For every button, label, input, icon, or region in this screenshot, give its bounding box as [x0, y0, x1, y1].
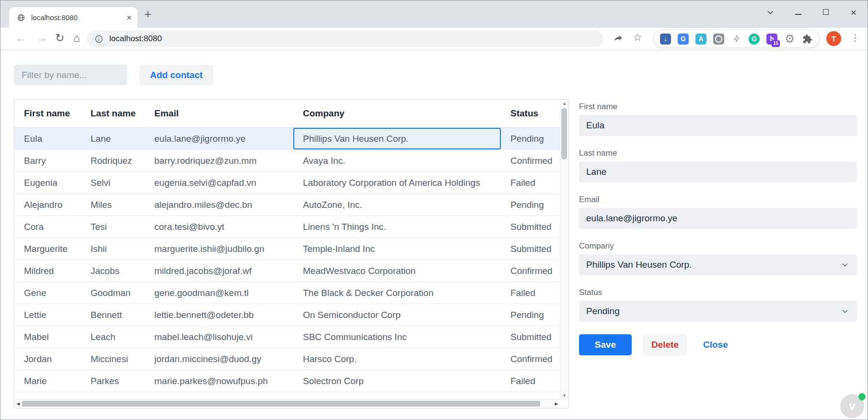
site-info-icon[interactable]: [94, 34, 104, 44]
table-row[interactable]: Marie Parkes marie.parkes@nowufpus.ph So…: [14, 370, 568, 392]
cell-status[interactable]: Failed: [501, 370, 568, 392]
cell-status[interactable]: Pending: [501, 194, 568, 216]
cell-company[interactable]: SBC Communications Inc: [293, 326, 501, 348]
scroll-right-icon[interactable]: ▶: [553, 399, 560, 408]
cell-last-name[interactable]: Selvi: [81, 172, 145, 193]
cell-first-name[interactable]: Lettie: [14, 304, 81, 326]
save-button[interactable]: Save: [579, 334, 632, 355]
forward-icon[interactable]: →: [36, 31, 47, 45]
cell-email[interactable]: mabel.leach@lisohuje.vi: [145, 326, 293, 348]
cell-company[interactable]: Solectron Corp: [293, 370, 501, 392]
extensions-puzzle-icon[interactable]: [802, 34, 813, 45]
gear-extension-icon[interactable]: ⚙: [784, 34, 795, 45]
reload-icon[interactable]: ↻: [55, 31, 64, 45]
cell-company[interactable]: Laboratory Corporation of America Holdin…: [293, 172, 501, 193]
cell-status[interactable]: Confirmed: [501, 260, 568, 282]
cell-status[interactable]: Confirmed: [501, 150, 568, 171]
cell-last-name[interactable]: Miccinesi: [81, 348, 145, 370]
cell-status[interactable]: Failed: [501, 172, 568, 193]
cell-first-name[interactable]: Cora: [14, 216, 81, 238]
cell-company[interactable]: On Semiconductor Corp: [293, 304, 501, 326]
cell-status[interactable]: Confirmed: [501, 348, 568, 370]
screenshot-extension-icon[interactable]: [713, 34, 724, 45]
cell-first-name[interactable]: Eula: [14, 128, 81, 149]
new-tab-button[interactable]: +: [144, 8, 151, 20]
cell-email[interactable]: jordan.miccinesi@duod.gy: [145, 348, 293, 370]
email-field[interactable]: [579, 208, 857, 229]
cell-last-name[interactable]: Jacobs: [81, 260, 145, 282]
delete-button[interactable]: Delete: [643, 334, 687, 355]
cell-last-name[interactable]: Miles: [81, 194, 145, 216]
cell-email[interactable]: eula.lane@jigrormo.ye: [145, 128, 293, 149]
tab-close-icon[interactable]: ×: [127, 13, 132, 22]
cell-last-name[interactable]: Parkes: [81, 370, 145, 392]
cell-company[interactable]: AutoZone, Inc.: [293, 194, 501, 216]
filter-input[interactable]: [14, 65, 127, 85]
first-name-field[interactable]: [579, 115, 857, 136]
cell-last-name[interactable]: Leach: [81, 326, 145, 348]
last-name-field[interactable]: [579, 161, 857, 182]
cell-status[interactable]: Submitted: [501, 238, 568, 260]
cell-company[interactable]: The Black & Decker Corporation: [293, 282, 501, 304]
vertical-scrollbar-thumb[interactable]: [561, 108, 567, 159]
search-tabs-button[interactable]: [764, 7, 776, 18]
cell-email[interactable]: cora.tesi@bivo.yt: [145, 216, 293, 238]
bookmark-star-icon[interactable]: ☆: [633, 32, 642, 43]
cell-status[interactable]: Failed: [501, 282, 568, 304]
table-row[interactable]: Marguerite Ishii marguerite.ishii@judbil…: [14, 238, 568, 260]
cell-email[interactable]: alejandro.miles@dec.bn: [145, 194, 293, 216]
cell-status[interactable]: Pending: [501, 128, 568, 149]
status-select[interactable]: Pending: [579, 301, 857, 322]
cell-first-name[interactable]: Mabel: [14, 326, 81, 348]
scroll-left-icon[interactable]: ◀: [14, 399, 22, 408]
cell-first-name[interactable]: Marguerite: [14, 238, 81, 260]
grid-horizontal-scrollbar[interactable]: ◀ ▶: [14, 399, 560, 408]
cell-status[interactable]: Submitted: [501, 326, 568, 348]
cell-last-name[interactable]: Ishii: [81, 238, 145, 260]
vaadin-dev-indicator[interactable]: v: [840, 394, 864, 418]
company-select[interactable]: Phillips Van Heusen Corp.: [579, 254, 857, 275]
cell-company[interactable]: MeadWestvaco Corporation: [293, 260, 501, 282]
cell-first-name[interactable]: Alejandro: [14, 194, 81, 216]
cell-email[interactable]: barry.rodriquez@zun.mm: [145, 150, 293, 171]
cell-email[interactable]: marguerite.ishii@judbilo.gn: [145, 238, 293, 260]
close-button[interactable]: Close: [698, 334, 733, 355]
add-contact-button[interactable]: Add contact: [139, 65, 213, 85]
cell-email[interactable]: mildred.jacobs@joraf.wf: [145, 260, 293, 282]
cell-last-name[interactable]: Rodriquez: [81, 150, 145, 171]
cell-email[interactable]: lettie.bennett@odeter.bb: [145, 304, 293, 326]
cell-company-focused[interactable]: Phillips Van Heusen Corp.: [293, 128, 501, 149]
cell-company[interactable]: Linens 'n Things Inc.: [293, 216, 501, 238]
cell-first-name[interactable]: Marie: [14, 370, 81, 392]
table-row[interactable]: Jordan Miccinesi jordan.miccinesi@duod.g…: [14, 348, 568, 370]
window-close-button[interactable]: ×: [847, 7, 860, 17]
address-bar[interactable]: localhost:8080: [87, 31, 603, 47]
cell-first-name[interactable]: Gene: [14, 282, 81, 304]
cell-first-name[interactable]: Eugenia: [14, 172, 81, 193]
cell-first-name[interactable]: Barry: [14, 150, 81, 171]
horizontal-scrollbar-thumb[interactable]: [22, 401, 540, 407]
maximize-button[interactable]: [820, 8, 832, 17]
cell-last-name[interactable]: Bennett: [81, 304, 145, 326]
home-icon[interactable]: ⌂: [73, 31, 80, 45]
cell-company[interactable]: Avaya Inc.: [293, 150, 501, 171]
profile-avatar[interactable]: T: [826, 31, 841, 46]
table-row[interactable]: Gene Goodman gene.goodman@kem.tl The Bla…: [14, 282, 568, 304]
table-row[interactable]: Mildred Jacobs mildred.jacobs@joraf.wf M…: [14, 260, 568, 282]
cell-first-name[interactable]: Mildred: [14, 260, 81, 282]
grid-vertical-scrollbar[interactable]: ▲ ▼: [560, 100, 568, 399]
annotate-extension-icon[interactable]: A: [695, 34, 706, 45]
table-row[interactable]: Eula Lane eula.lane@jigrormo.ye Phillips…: [14, 128, 568, 150]
minimize-button[interactable]: [792, 10, 804, 19]
cell-email[interactable]: gene.goodman@kem.tl: [145, 282, 293, 304]
browser-tab[interactable]: localhost:8080 ×: [9, 7, 138, 28]
table-row[interactable]: Lettie Bennett lettie.bennett@odeter.bb …: [14, 304, 568, 326]
cell-last-name[interactable]: Lane: [81, 128, 145, 149]
cell-email[interactable]: marie.parkes@nowufpus.ph: [145, 370, 293, 392]
honey-extension-icon[interactable]: h15: [766, 34, 777, 45]
cell-last-name[interactable]: Goodman: [81, 282, 145, 304]
table-row[interactable]: Eugenia Selvi eugenia.selvi@capfad.vn La…: [14, 172, 568, 194]
cell-company[interactable]: Harsco Corp.: [293, 348, 501, 370]
cell-status[interactable]: Submitted: [501, 216, 568, 238]
table-row[interactable]: Alejandro Miles alejandro.miles@dec.bn A…: [14, 194, 568, 216]
